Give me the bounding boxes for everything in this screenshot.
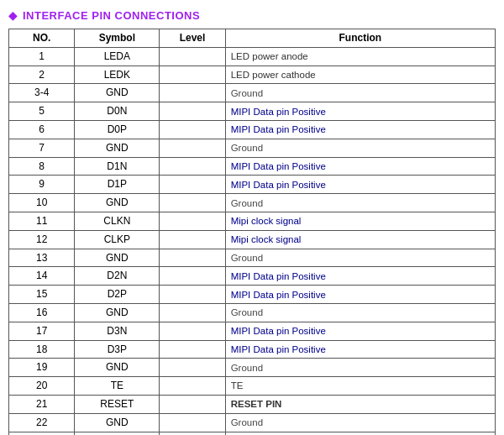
- cell-symbol: RESET: [75, 395, 160, 413]
- cell-no: 23: [9, 432, 75, 435]
- table-row: 15D2PMIPI Data pin Positive: [9, 286, 496, 304]
- cell-level: [160, 66, 225, 84]
- table-row: 11CLKNMipi clock signal: [9, 212, 496, 230]
- cell-no: 13: [9, 249, 75, 267]
- table-row: 23IOVCC1.8VPower supply for digital inte…: [9, 432, 496, 435]
- cell-no: 11: [9, 212, 75, 230]
- cell-symbol: D1P: [75, 176, 160, 194]
- cell-no: 16: [9, 303, 75, 322]
- cell-function: Ground: [225, 194, 495, 212]
- table-row: 2LEDKLED power cathode: [9, 66, 496, 84]
- cell-symbol: IOVCC: [75, 432, 160, 435]
- cell-function: MIPI Data pin Positive: [225, 176, 495, 194]
- header-symbol: Symbol: [75, 29, 160, 48]
- cell-level: [160, 377, 225, 396]
- cell-function: MIPI Data pin Positive: [225, 267, 495, 286]
- table-row: 9D1PMIPI Data pin Positive: [9, 176, 496, 194]
- cell-symbol: D0N: [75, 102, 160, 121]
- cell-level: [160, 84, 225, 102]
- cell-no: 22: [9, 413, 75, 432]
- cell-symbol: D0P: [75, 120, 160, 139]
- cell-function: Ground: [225, 84, 495, 102]
- cell-symbol: D2N: [75, 267, 160, 286]
- cell-function: Ground: [225, 139, 495, 157]
- cell-level: [160, 286, 225, 304]
- cell-level: [160, 395, 225, 413]
- cell-function: Ground: [225, 413, 495, 432]
- cell-no: 8: [9, 157, 75, 176]
- cell-symbol: D2P: [75, 286, 160, 304]
- table-row: 18D3PMIPI Data pin Positive: [9, 340, 496, 359]
- cell-no: 9: [9, 176, 75, 194]
- cell-function: TE: [225, 377, 495, 396]
- table-row: 21RESETRESET PIN: [9, 395, 496, 413]
- cell-no: 12: [9, 230, 75, 249]
- cell-symbol: TE: [75, 377, 160, 396]
- cell-level: [160, 102, 225, 121]
- cell-function: MIPI Data pin Positive: [225, 120, 495, 139]
- cell-no: 7: [9, 139, 75, 157]
- cell-symbol: LEDK: [75, 66, 160, 84]
- cell-level: [160, 194, 225, 212]
- cell-no: 3-4: [9, 84, 75, 102]
- cell-function: Mipi clock signal: [225, 212, 495, 230]
- cell-no: 2: [9, 66, 75, 84]
- table-row: 13GNDGround: [9, 249, 496, 267]
- cell-level: 1.8V: [160, 432, 225, 435]
- cell-symbol: GND: [75, 84, 160, 102]
- table-row: 14D2NMIPI Data pin Positive: [9, 267, 496, 286]
- cell-function: Power supply for digital interface: [225, 432, 495, 435]
- cell-level: [160, 322, 225, 340]
- table-row: 20TETE: [9, 377, 496, 396]
- cell-no: 21: [9, 395, 75, 413]
- cell-symbol: LEDA: [75, 47, 160, 66]
- cell-function: Ground: [225, 249, 495, 267]
- cell-function: MIPI Data pin Positive: [225, 322, 495, 340]
- cell-level: [160, 359, 225, 377]
- cell-symbol: D1N: [75, 157, 160, 176]
- table-row: 8D1NMIPI Data pin Positive: [9, 157, 496, 176]
- cell-symbol: CLKN: [75, 212, 160, 230]
- cell-level: [160, 120, 225, 139]
- table-row: 16GNDGround: [9, 303, 496, 322]
- diamond-icon: ◆: [8, 8, 18, 22]
- cell-level: [160, 267, 225, 286]
- cell-no: 14: [9, 267, 75, 286]
- cell-symbol: D3P: [75, 340, 160, 359]
- cell-no: 6: [9, 120, 75, 139]
- cell-function: MIPI Data pin Positive: [225, 102, 495, 121]
- cell-function: LED power cathode: [225, 66, 495, 84]
- table-row: 5D0NMIPI Data pin Positive: [9, 102, 496, 121]
- header-level: Level: [160, 29, 225, 48]
- cell-level: [160, 176, 225, 194]
- cell-level: [160, 157, 225, 176]
- cell-function: MIPI Data pin Positive: [225, 157, 495, 176]
- cell-function: LED power anode: [225, 47, 495, 66]
- header-function: Function: [225, 29, 495, 48]
- cell-level: [160, 212, 225, 230]
- cell-function: MIPI Data pin Positive: [225, 286, 495, 304]
- section-title: INTERFACE PIN CONNECTIONS: [23, 9, 200, 22]
- cell-symbol: CLKP: [75, 230, 160, 249]
- cell-level: [160, 230, 225, 249]
- table-row: 7GNDGround: [9, 139, 496, 157]
- cell-level: [160, 413, 225, 432]
- cell-symbol: GND: [75, 413, 160, 432]
- table-row: 12CLKPMipi clock signal: [9, 230, 496, 249]
- cell-symbol: D3N: [75, 322, 160, 340]
- cell-function: RESET PIN: [225, 395, 495, 413]
- cell-level: [160, 340, 225, 359]
- cell-no: 18: [9, 340, 75, 359]
- cell-no: 5: [9, 102, 75, 121]
- cell-symbol: GND: [75, 249, 160, 267]
- table-row: 10GNDGround: [9, 194, 496, 212]
- cell-symbol: GND: [75, 359, 160, 377]
- table-row: 3-4GNDGround: [9, 84, 496, 102]
- table-row: 17D3NMIPI Data pin Positive: [9, 322, 496, 340]
- cell-symbol: GND: [75, 303, 160, 322]
- table-row: 6D0PMIPI Data pin Positive: [9, 120, 496, 139]
- cell-level: [160, 249, 225, 267]
- pin-connections-table: NO. Symbol Level Function 1LEDALED power…: [8, 29, 496, 435]
- cell-symbol: GND: [75, 194, 160, 212]
- cell-function: MIPI Data pin Positive: [225, 340, 495, 359]
